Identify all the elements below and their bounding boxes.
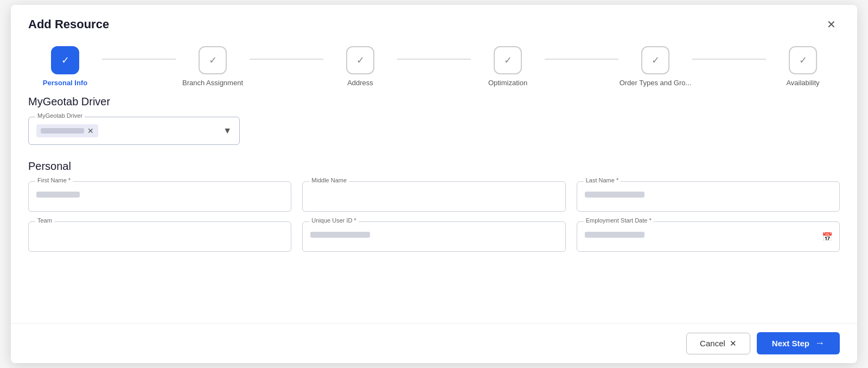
- step-circle-address: ✓: [346, 46, 374, 74]
- connector-4: [545, 59, 618, 60]
- chip-remove-button[interactable]: ✕: [87, 126, 94, 135]
- stepper: ✓ Personal Info ✓ Branch Assignment ✓ Ad…: [11, 33, 857, 96]
- team-label: Team: [35, 217, 54, 224]
- cancel-label: Cancel: [700, 339, 725, 348]
- step-label-availability: Availability: [786, 79, 819, 87]
- employment-start-label: Employment Start Date *: [584, 217, 654, 224]
- driver-dropdown-label: MyGeotab Driver: [35, 112, 85, 119]
- step-label-order-types: Order Types and Gro...: [620, 79, 692, 87]
- cancel-x-icon: ✕: [730, 339, 737, 348]
- middle-name-label: Middle Name: [309, 177, 349, 183]
- connector-3: [397, 59, 471, 60]
- driver-section-title: MyGeotab Driver: [28, 96, 840, 108]
- step-label-address: Address: [347, 79, 373, 87]
- last-name-value: [585, 192, 644, 198]
- middle-name-field[interactable]: Middle Name: [302, 181, 565, 212]
- driver-dropdown[interactable]: MyGeotab Driver ✕ ▼: [28, 117, 240, 145]
- unique-user-id-label: Unique User ID *: [309, 217, 359, 224]
- middle-name-value: [310, 192, 354, 198]
- step-label-branch-assignment: Branch Assignment: [182, 79, 243, 87]
- step-address[interactable]: ✓ Address: [323, 46, 397, 87]
- employment-start-date-field[interactable]: Employment Start Date * 📅: [577, 221, 840, 252]
- next-step-button[interactable]: Next Step →: [757, 332, 840, 354]
- step-label-optimization: Optimization: [488, 79, 527, 87]
- step-label-personal-info: Personal Info: [43, 79, 87, 87]
- step-branch-assignment[interactable]: ✓ Branch Assignment: [176, 46, 250, 87]
- dropdown-arrow-icon: ▼: [223, 126, 232, 136]
- last-name-field[interactable]: Last Name *: [577, 181, 840, 212]
- step-circle-availability: ✓: [789, 46, 817, 74]
- calendar-icon: 📅: [822, 232, 833, 242]
- connector-2: [250, 59, 323, 60]
- form-row-team: Team Unique User ID * Employment Start D…: [28, 221, 840, 252]
- step-optimization[interactable]: ✓ Optimization: [471, 46, 545, 87]
- driver-dropdown-wrapper: MyGeotab Driver ✕ ▼: [28, 117, 840, 145]
- step-order-types[interactable]: ✓ Order Types and Gro...: [618, 46, 692, 87]
- team-field[interactable]: Team: [28, 221, 291, 252]
- form-row-names: First Name * Middle Name Last Name *: [28, 181, 840, 212]
- first-name-label: First Name *: [35, 177, 73, 183]
- personal-section-label: Personal: [28, 160, 840, 173]
- team-value: [36, 232, 80, 238]
- modal-footer: Cancel ✕ Next Step →: [11, 323, 857, 363]
- step-circle-optimization: ✓: [494, 46, 522, 74]
- unique-user-id-value: [310, 232, 370, 238]
- last-name-label: Last Name *: [584, 177, 621, 183]
- step-circle-branch-assignment: ✓: [199, 46, 227, 74]
- cancel-button[interactable]: Cancel ✕: [686, 333, 750, 354]
- modal-body: MyGeotab Driver MyGeotab Driver ✕ ▼ Pers…: [11, 96, 857, 323]
- modal-title: Add Resource: [28, 17, 109, 31]
- unique-user-id-field[interactable]: Unique User ID *: [302, 221, 565, 252]
- step-availability[interactable]: ✓ Availability: [766, 46, 840, 87]
- next-arrow-icon: →: [815, 338, 825, 349]
- close-button[interactable]: ✕: [822, 16, 840, 33]
- connector-1: [102, 59, 176, 60]
- modal-header: Add Resource ✕: [11, 5, 857, 33]
- driver-chip: ✕: [36, 124, 98, 137]
- first-name-value: [36, 192, 80, 198]
- driver-chip-value: [41, 128, 84, 134]
- step-circle-order-types: ✓: [641, 46, 669, 74]
- first-name-field[interactable]: First Name *: [28, 181, 291, 212]
- add-resource-modal: Add Resource ✕ ✓ Personal Info ✓ Branch …: [11, 5, 857, 363]
- next-step-label: Next Step: [772, 339, 809, 348]
- step-circle-personal-info: ✓: [51, 46, 79, 74]
- employment-start-value: [585, 232, 644, 238]
- connector-5: [692, 59, 766, 60]
- step-personal-info[interactable]: ✓ Personal Info: [28, 46, 102, 87]
